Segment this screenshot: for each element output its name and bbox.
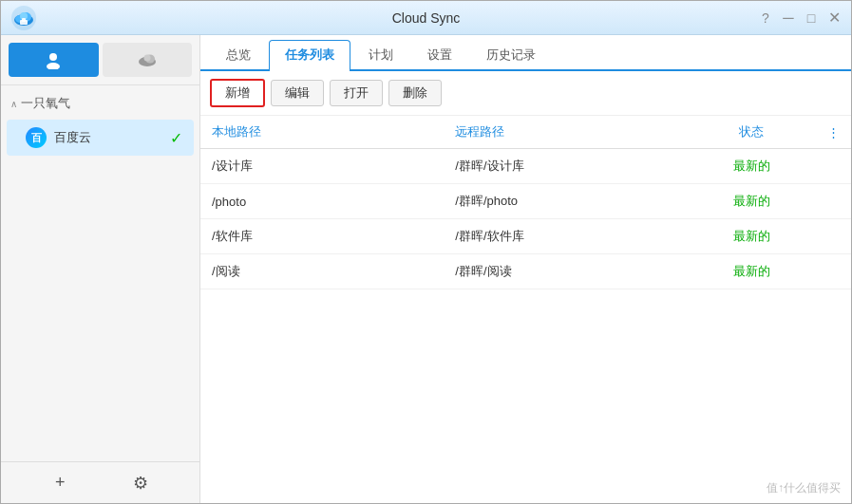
table-row[interactable]: /阅读/群晖/阅读最新的 [200, 254, 851, 289]
app-icon [10, 5, 37, 31]
group-arrow-icon: ∧ [10, 99, 17, 109]
cloud-tab-button[interactable] [103, 43, 193, 77]
tab-overview[interactable]: 总览 [210, 40, 267, 69]
sidebar-item-baiduyun[interactable]: 百 百度云 ✓ [7, 120, 194, 156]
cell-more-options[interactable] [816, 254, 851, 289]
cell-local-path: /软件库 [200, 219, 444, 254]
tab-settings[interactable]: 设置 [411, 40, 468, 69]
settings-gear-icon: ⚙ [133, 473, 148, 494]
cell-remote-path: /群晖/软件库 [444, 219, 688, 254]
cell-remote-path: /群晖/photo [444, 184, 688, 219]
col-header-remote[interactable]: 远程路径 [444, 116, 688, 149]
help-button[interactable]: ? [758, 10, 773, 26]
table-row[interactable]: /设计库/群晖/设计库最新的 [200, 149, 851, 184]
tab-history[interactable]: 历史记录 [470, 40, 552, 69]
app-logo-icon [10, 5, 37, 31]
table-row[interactable]: /软件库/群晖/软件库最新的 [200, 219, 851, 254]
cell-status: 最新的 [688, 219, 816, 254]
svg-point-7 [49, 53, 57, 61]
main-window: Cloud Sync ? ─ □ ✕ [0, 0, 852, 504]
tab-tasklist[interactable]: 任务列表 [269, 40, 350, 71]
table-body: /设计库/群晖/设计库最新的/photo/群晖/photo最新的/软件库/群晖/… [200, 149, 851, 289]
open-task-button[interactable]: 打开 [330, 80, 383, 106]
delete-task-button[interactable]: 删除 [388, 80, 442, 106]
svg-point-12 [143, 55, 150, 62]
task-table: 本地路径 远程路径 状态 ⋮ /设计库/群晖/设计库最新的/photo/群晖/p… [200, 116, 851, 289]
cell-local-path: /阅读 [200, 254, 444, 289]
cell-local-path: /photo [200, 184, 444, 219]
window-controls: ? ─ □ ✕ [758, 10, 842, 26]
cell-status: 最新的 [688, 254, 816, 289]
user-tab-button[interactable] [9, 43, 99, 77]
sidebar-footer: + ⚙ [1, 461, 199, 503]
user-icon [44, 50, 63, 69]
window-title: Cloud Sync [392, 10, 461, 26]
maximize-button[interactable]: □ [804, 10, 819, 26]
cell-local-path: /设计库 [200, 149, 444, 184]
sidebar-top-buttons [1, 35, 199, 85]
col-header-status[interactable]: 状态 [688, 116, 816, 149]
table-row[interactable]: /photo/群晖/photo最新的 [200, 184, 851, 219]
col-header-more[interactable]: ⋮ [816, 116, 851, 149]
svg-point-8 [47, 63, 60, 69]
titlebar: Cloud Sync ? ─ □ ✕ [1, 1, 851, 35]
tab-schedule[interactable]: 计划 [352, 40, 409, 69]
add-account-button[interactable]: + [45, 468, 75, 498]
tab-bar: 总览 任务列表 计划 设置 历史记录 [200, 35, 851, 71]
cell-more-options[interactable] [816, 184, 851, 219]
baidu-icon: 百 [26, 127, 47, 148]
close-button[interactable]: ✕ [826, 10, 842, 26]
main-content: ∧ 一只氧气 百 百度云 ✓ + [1, 35, 851, 503]
cell-status: 最新的 [688, 184, 816, 219]
cell-remote-path: /群晖/设计库 [444, 149, 688, 184]
cell-status: 最新的 [688, 149, 816, 184]
cell-more-options[interactable] [816, 219, 851, 254]
settings-button[interactable]: ⚙ [125, 468, 156, 498]
add-task-button[interactable]: 新增 [210, 79, 265, 107]
minimize-button[interactable]: ─ [781, 10, 796, 26]
watermark: 值↑什么值得买 [767, 480, 841, 496]
toolbar: 新增 编辑 打开 删除 [200, 71, 851, 116]
task-table-container: 本地路径 远程路径 状态 ⋮ /设计库/群晖/设计库最新的/photo/群晖/p… [200, 116, 851, 503]
sidebar: ∧ 一只氧气 百 百度云 ✓ + [1, 35, 200, 503]
cell-more-options[interactable] [816, 149, 851, 184]
table-header: 本地路径 远程路径 状态 ⋮ [200, 116, 851, 149]
sidebar-content: ∧ 一只氧气 百 百度云 ✓ [1, 85, 199, 461]
right-panel: 总览 任务列表 计划 设置 历史记录 新增 编辑 打开 删除 本地路径 [200, 35, 851, 503]
svg-rect-6 [22, 18, 26, 22]
col-header-local[interactable]: 本地路径 [200, 116, 444, 149]
cloud-icon [138, 53, 157, 66]
sidebar-item-label: 百度云 [54, 129, 167, 146]
cell-remote-path: /群晖/阅读 [444, 254, 688, 289]
add-icon: + [55, 473, 66, 493]
sync-status-icon: ✓ [167, 129, 184, 146]
sidebar-group-header[interactable]: ∧ 一只氧气 [1, 89, 199, 118]
sidebar-group-label: 一只氧气 [21, 95, 70, 112]
edit-task-button[interactable]: 编辑 [271, 80, 324, 106]
